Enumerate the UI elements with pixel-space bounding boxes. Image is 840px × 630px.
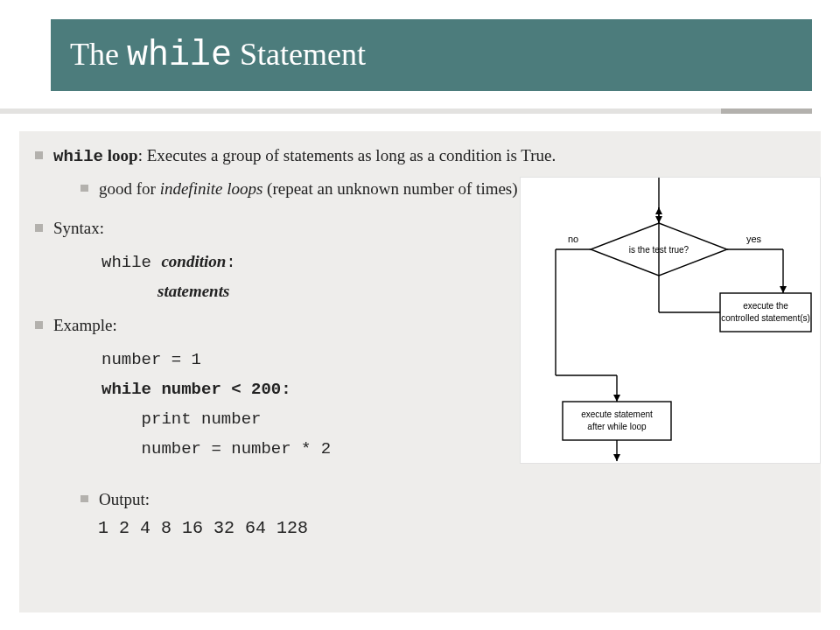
good-em: indefinite loops [160, 179, 263, 198]
content-panel: while loop: Executes a group of statemen… [19, 131, 821, 612]
bullet-text: while loop: Executes a group of statemen… [53, 144, 556, 170]
bullet-text: good for indefinite loops (repeat an unk… [99, 177, 518, 201]
bullet-while-loop: while loop: Executes a group of statemen… [35, 144, 805, 170]
exec-body-box [720, 293, 811, 332]
slide-title: The while Statement [70, 36, 366, 75]
term-loop: loop [103, 146, 138, 164]
label-yes: yes [746, 234, 762, 244]
flowchart: is the test true? yes execute the contro… [520, 177, 821, 464]
svg-marker-6 [655, 207, 662, 214]
after-l1: execute statement [581, 410, 653, 419]
bullet-icon [80, 495, 88, 502]
syntax-label: Syntax: [53, 216, 104, 241]
bullet-icon [35, 321, 43, 329]
syntax-colon: : [226, 253, 235, 272]
title-code: while [127, 36, 232, 75]
accent-rule [0, 108, 812, 114]
syntax-stmts: statements [158, 282, 229, 300]
label-no: no [568, 234, 578, 244]
good-post: (repeat an unknown number of times) [262, 179, 517, 198]
flowchart-svg: is the test true? yes execute the contro… [521, 178, 820, 463]
output-label: Output: [99, 487, 150, 512]
syntax-kw: while [102, 253, 161, 272]
syntax-cond: condition [161, 252, 226, 270]
title-bar: The while Statement [51, 19, 812, 91]
after-l2: after while loop [587, 422, 647, 431]
title-post: Statement [232, 37, 366, 72]
title-pre: The [70, 37, 127, 72]
after-box [563, 402, 671, 440]
bullet-icon [80, 185, 88, 192]
bullet-output: Output: [35, 487, 805, 512]
bullet-icon [35, 224, 43, 232]
exec-body-l2: controlled statement(s) [721, 313, 810, 323]
loop-desc: : Executes a group of statements as long… [138, 146, 556, 164]
example-label: Example: [53, 313, 117, 338]
output-values: 1 2 4 8 16 32 64 128 [35, 518, 805, 538]
bullet-icon [35, 151, 43, 159]
good-pre: good for [99, 179, 160, 198]
exec-body-l1: execute the [743, 301, 788, 311]
term-while: while [53, 147, 103, 166]
